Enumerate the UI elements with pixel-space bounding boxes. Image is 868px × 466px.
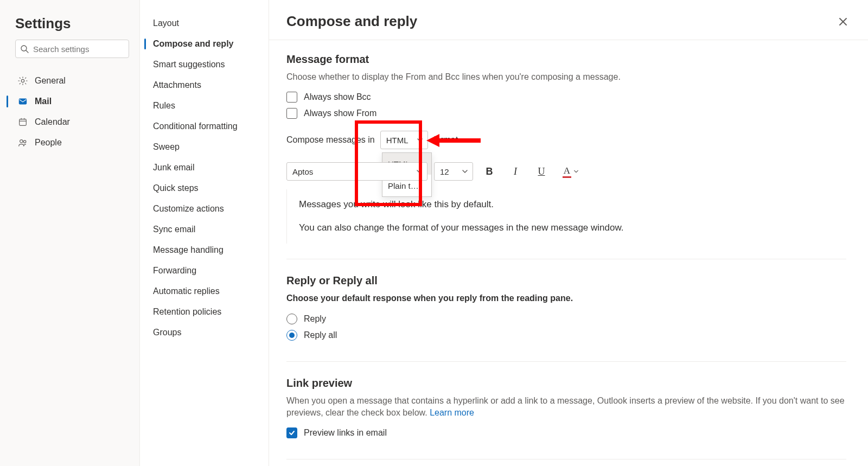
settings-title: Settings xyxy=(15,15,132,32)
bold-button[interactable]: B xyxy=(480,162,499,181)
search-wrapper xyxy=(15,40,132,58)
link-preview-desc: When you open a message that contains a … xyxy=(286,395,846,419)
svg-point-9 xyxy=(23,141,26,143)
people-icon xyxy=(17,138,28,148)
subnav-retention-policies[interactable]: Retention policies xyxy=(140,302,269,322)
reply-heading: Reply or Reply all xyxy=(286,275,846,287)
section-reply: Reply or Reply all Choose your default r… xyxy=(286,275,846,361)
gear-icon xyxy=(17,76,28,86)
subnav-groups[interactable]: Groups xyxy=(140,322,269,343)
nav-people-label: People xyxy=(35,138,62,148)
subnav-compose-reply[interactable]: Compose and reply xyxy=(140,34,269,54)
reply-all-label: Reply all xyxy=(304,330,337,340)
subnav-rules[interactable]: Rules xyxy=(140,95,269,116)
page-title: Compose and reply xyxy=(286,13,417,30)
default-font-select[interactable]: Aptos xyxy=(286,162,427,181)
link-preview-heading: Link preview xyxy=(286,377,846,390)
reply-label: Reply xyxy=(304,314,326,324)
subnav-customize-actions[interactable]: Customize actions xyxy=(140,199,269,219)
svg-line-1 xyxy=(26,50,28,53)
subnav-quick-steps[interactable]: Quick steps xyxy=(140,178,269,199)
always-show-from-checkbox[interactable] xyxy=(286,108,297,119)
search-input[interactable] xyxy=(15,40,129,58)
subnav-junk-email[interactable]: Junk email xyxy=(140,157,269,178)
subnav-conditional-formatting[interactable]: Conditional formatting xyxy=(140,116,269,137)
reply-all-radio[interactable] xyxy=(286,330,297,341)
nav-mail-label: Mail xyxy=(35,97,52,106)
chevron-down-icon xyxy=(416,168,423,175)
nav-calendar[interactable]: Calendar xyxy=(15,112,132,132)
section-message-format: Message format Choose whether to display… xyxy=(286,53,846,259)
subnav-smart-suggestions[interactable]: Smart suggestions xyxy=(140,54,269,75)
nav-general-label: General xyxy=(35,76,66,86)
always-show-bcc-label: Always show Bcc xyxy=(304,92,371,102)
default-size-select[interactable]: 12 xyxy=(434,162,473,181)
section-link-preview: Link preview When you open a message tha… xyxy=(286,377,846,460)
preview-line-1: Messages you write will look like this b… xyxy=(299,197,846,213)
compose-format-value: HTML xyxy=(386,136,409,145)
underline-button[interactable]: U xyxy=(532,162,551,181)
always-show-bcc-checkbox[interactable] xyxy=(286,92,297,103)
nav-calendar-label: Calendar xyxy=(35,117,70,127)
reply-radio[interactable] xyxy=(286,314,297,324)
chevron-down-icon xyxy=(462,168,468,175)
content-scroll[interactable]: Message format Choose whether to display… xyxy=(269,40,868,466)
close-button[interactable] xyxy=(835,14,851,29)
nav-general[interactable]: General xyxy=(15,71,132,91)
italic-button[interactable]: I xyxy=(506,162,525,181)
subnav-sync-email[interactable]: Sync email xyxy=(140,219,269,240)
message-format-desc: Choose whether to display the From and B… xyxy=(286,71,846,83)
nav-mail[interactable]: Mail xyxy=(15,92,132,111)
search-icon xyxy=(20,44,29,53)
compose-format-suffix: format. xyxy=(433,135,461,145)
svg-point-8 xyxy=(20,140,23,143)
subnav-message-handling[interactable]: Message handling xyxy=(140,240,269,260)
calendar-icon xyxy=(17,117,28,127)
subnav-layout[interactable]: Layout xyxy=(140,13,269,34)
always-show-from-label: Always show From xyxy=(304,108,376,118)
close-icon xyxy=(838,16,848,27)
font-color-icon: A xyxy=(563,165,571,178)
content-panel: Compose and reply Message format Choose … xyxy=(269,0,868,466)
svg-point-2 xyxy=(21,79,24,82)
compose-format-prefix: Compose messages in xyxy=(286,135,375,145)
message-format-heading: Message format xyxy=(286,53,846,66)
chevron-down-icon xyxy=(573,169,579,174)
mail-icon xyxy=(17,97,28,106)
preview-links-label: Preview links in email xyxy=(304,428,387,438)
reply-desc: Choose your default response when you re… xyxy=(286,292,846,304)
default-format-preview: Messages you write will look like this b… xyxy=(286,189,846,244)
svg-point-0 xyxy=(21,46,27,51)
subnav-forwarding[interactable]: Forwarding xyxy=(140,260,269,281)
subnav-attachments[interactable]: Attachments xyxy=(140,75,269,95)
default-font-value: Aptos xyxy=(292,167,313,176)
compose-format-select[interactable]: HTML xyxy=(380,131,428,149)
checkmark-icon xyxy=(288,429,296,437)
mail-subnav-panel: Layout Compose and reply Smart suggestio… xyxy=(140,0,269,466)
svg-rect-3 xyxy=(19,99,27,105)
subnav-automatic-replies[interactable]: Automatic replies xyxy=(140,281,269,302)
font-color-button[interactable]: A xyxy=(558,162,584,181)
svg-rect-4 xyxy=(20,119,27,126)
preview-line-2: You can also change the format of your m… xyxy=(299,220,846,236)
subnav-sweep[interactable]: Sweep xyxy=(140,137,269,157)
preview-links-checkbox[interactable] xyxy=(286,427,297,438)
link-preview-learn-more[interactable]: Learn more xyxy=(430,408,474,417)
chevron-down-icon xyxy=(417,137,423,143)
settings-nav-panel: Settings General Mail Calendar xyxy=(0,0,140,466)
default-size-value: 12 xyxy=(440,167,449,176)
nav-people[interactable]: People xyxy=(15,133,132,152)
